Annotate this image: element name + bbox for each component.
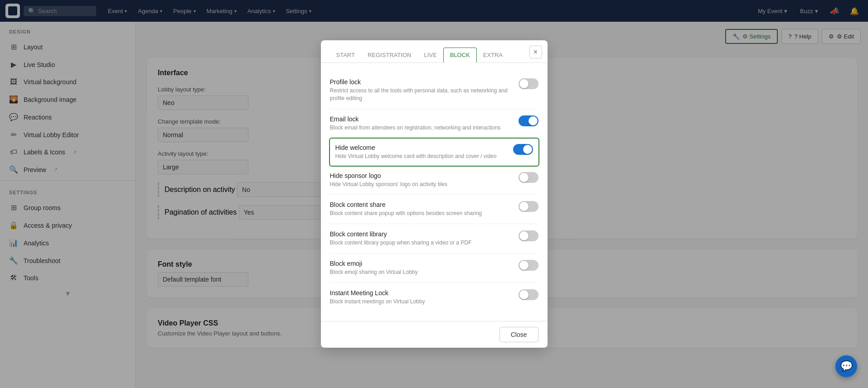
toggle-thumb <box>529 116 538 125</box>
instant-meeting-lock-label: Instant Meeting Lock <box>330 289 511 297</box>
modal-tab-extra[interactable]: EXTRA <box>477 48 509 63</box>
toggle-thumb <box>519 79 529 88</box>
chat-bubble[interactable]: 💬 <box>835 355 857 377</box>
email-lock-desc: Block email from attendees on registrati… <box>330 124 511 132</box>
block-content-library-label: Block content library <box>330 230 511 238</box>
toggle-block-content-share: Block content share Block content share … <box>330 195 538 224</box>
modal-tab-live[interactable]: LIVE <box>417 48 443 63</box>
email-lock-toggle[interactable] <box>519 115 538 126</box>
block-content-library-toggle[interactable] <box>519 230 538 241</box>
hide-welcome-label: Hide welcome <box>335 144 506 151</box>
profile-lock-toggle[interactable] <box>519 78 538 89</box>
instant-meeting-lock-toggle[interactable] <box>519 289 538 300</box>
modal-tabs: START REGISTRATION LIVE BLOCK EXTRA × <box>321 40 548 63</box>
toggle-hide-sponsor-logo: Hide sponsor logo Hide Virtual Lobby spo… <box>330 166 538 195</box>
toggle-profile-lock: Profile lock Restrict access to all the … <box>330 72 538 109</box>
modal: START REGISTRATION LIVE BLOCK EXTRA × Pr… <box>321 40 548 347</box>
email-lock-label: Email lock <box>330 115 511 123</box>
modal-footer-close-button[interactable]: Close <box>499 327 538 342</box>
hide-welcome-toggle[interactable] <box>513 144 533 155</box>
modal-footer: Close <box>321 321 548 348</box>
instant-meeting-lock-desc: Block instant meetings on Virtual Lobby <box>330 298 511 306</box>
toggle-thumb <box>519 202 529 211</box>
block-emoji-label: Block emoji <box>330 260 511 267</box>
modal-tab-registration[interactable]: REGISTRATION <box>361 48 418 63</box>
hide-sponsor-logo-toggle[interactable] <box>519 172 538 183</box>
toggle-hide-welcome: Hide welcome Hide Virtual Lobby welcome … <box>329 138 539 167</box>
modal-close-button[interactable]: × <box>529 46 542 58</box>
modal-body: Profile lock Restrict access to all the … <box>321 63 548 321</box>
block-emoji-desc: Block emoji sharing on Virtual Lobby <box>330 268 511 276</box>
block-content-library-desc: Block content library popup when sharing… <box>330 239 511 247</box>
profile-lock-desc: Restrict access to all the tools with pe… <box>330 87 511 102</box>
modal-tab-start[interactable]: START <box>330 48 361 63</box>
toggle-instant-meeting-lock: Instant Meeting Lock Block instant meeti… <box>330 283 538 312</box>
block-content-share-toggle[interactable] <box>519 201 538 212</box>
toggle-block-content-library: Block content library Block content libr… <box>330 224 538 254</box>
block-content-share-label: Block content share <box>330 201 511 208</box>
profile-lock-label: Profile lock <box>330 78 511 86</box>
toggle-thumb <box>519 290 529 299</box>
modal-overlay[interactable]: START REGISTRATION LIVE BLOCK EXTRA × Pr… <box>0 0 868 388</box>
toggle-block-emoji: Block emoji Block emoji sharing on Virtu… <box>330 254 538 283</box>
modal-tab-block[interactable]: BLOCK <box>443 48 477 63</box>
toggle-thumb <box>519 231 529 240</box>
toggle-thumb <box>519 261 529 270</box>
toggle-thumb <box>523 145 532 154</box>
hide-sponsor-logo-desc: Hide Virtual Lobby sponsors' logo on act… <box>330 181 511 188</box>
toggle-thumb <box>519 173 529 182</box>
toggle-email-lock: Email lock Block email from attendees on… <box>330 109 538 139</box>
hide-welcome-desc: Hide Virtual Lobby welcome card with des… <box>335 153 506 160</box>
block-content-share-desc: Block content share popup with options b… <box>330 210 511 217</box>
block-emoji-toggle[interactable] <box>519 260 538 271</box>
hide-sponsor-logo-label: Hide sponsor logo <box>330 172 511 179</box>
chat-icon: 💬 <box>840 360 853 372</box>
